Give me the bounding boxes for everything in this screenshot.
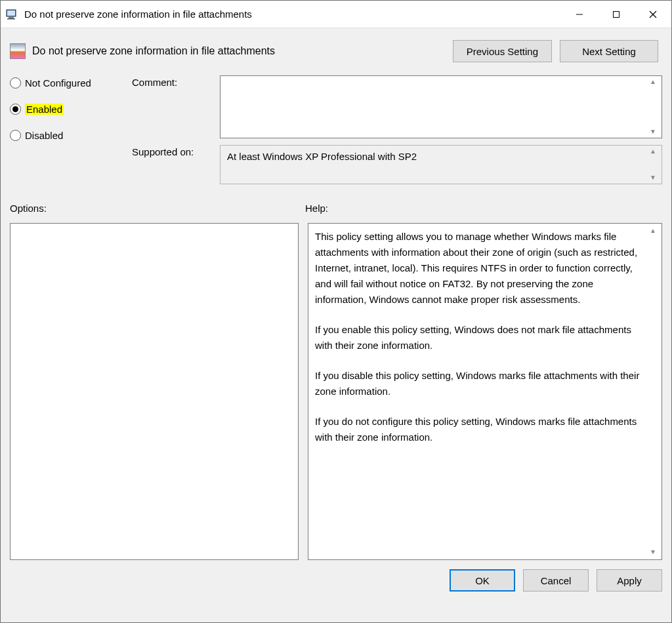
cancel-button[interactable]: Cancel	[523, 569, 589, 592]
chevron-up-icon[interactable]: ▲	[650, 79, 659, 85]
ok-button[interactable]: OK	[450, 569, 515, 592]
chevron-down-icon[interactable]: ▼	[650, 129, 659, 135]
window-title: Do not preserve zone information in file…	[24, 9, 252, 20]
radio-icon	[10, 77, 21, 89]
previous-setting-button[interactable]: Previous Setting	[453, 40, 552, 62]
help-paragraph: If you do not configure this policy sett…	[315, 414, 647, 445]
policy-editor-window: Do not preserve zone information in file…	[0, 0, 672, 623]
minimize-button[interactable]	[561, 1, 598, 28]
header-row: Do not preserve zone information in file…	[1, 28, 671, 70]
help-label: Help:	[305, 203, 662, 214]
chevron-down-icon: ▼	[650, 174, 659, 181]
options-pane	[10, 223, 299, 560]
close-button[interactable]	[635, 1, 671, 28]
svg-rect-3	[7, 18, 15, 20]
radio-label: Not Configured	[25, 77, 91, 89]
titlebar: Do not preserve zone information in file…	[1, 1, 671, 28]
radio-icon	[10, 104, 21, 115]
radio-not-configured[interactable]: Not Configured	[10, 75, 121, 90]
config-row: Not Configured Enabled Disabled Comment:…	[1, 70, 671, 187]
policy-name: Do not preserve zone information in file…	[32, 45, 446, 57]
dialog-footer: OK Cancel Apply	[1, 560, 671, 601]
svg-rect-1	[7, 10, 15, 16]
svg-rect-2	[9, 17, 14, 18]
chevron-up-icon: ▲	[650, 148, 659, 155]
client-area: Do not preserve zone information in file…	[1, 28, 671, 622]
comment-label: Comment:	[132, 75, 209, 138]
supported-on-label: Supported on:	[132, 145, 209, 184]
panes-row: This policy setting allows you to manage…	[1, 219, 671, 560]
policy-icon	[10, 43, 26, 59]
radio-label: Disabled	[25, 130, 63, 141]
help-pane: This policy setting allows you to manage…	[308, 223, 662, 560]
pane-labels: Options: Help:	[1, 187, 671, 219]
help-paragraph: If you enable this policy setting, Windo…	[315, 322, 647, 353]
window-controls	[561, 1, 671, 28]
chevron-down-icon[interactable]: ▼	[650, 549, 659, 555]
gpedit-icon	[6, 8, 19, 21]
comment-input[interactable]: ▲ ▼	[220, 75, 662, 138]
help-paragraph: If you disable this policy setting, Wind…	[315, 368, 647, 399]
chevron-up-icon[interactable]: ▲	[650, 228, 659, 234]
help-paragraph: This policy setting allows you to manage…	[315, 229, 647, 308]
maximize-button[interactable]	[598, 1, 635, 28]
fields-column: Comment: ▲ ▼ Supported on: At least Wind…	[132, 75, 662, 184]
next-setting-button[interactable]: Next Setting	[560, 40, 658, 62]
radio-disabled[interactable]: Disabled	[10, 128, 121, 142]
supported-on-value: At least Windows XP Professional with SP…	[220, 145, 662, 184]
options-label: Options:	[10, 203, 305, 214]
apply-button[interactable]: Apply	[597, 569, 662, 592]
state-radio-group: Not Configured Enabled Disabled	[10, 75, 121, 184]
svg-rect-5	[614, 11, 620, 17]
radio-enabled[interactable]: Enabled	[10, 102, 121, 116]
radio-icon	[10, 130, 21, 141]
radio-label: Enabled	[25, 104, 64, 115]
